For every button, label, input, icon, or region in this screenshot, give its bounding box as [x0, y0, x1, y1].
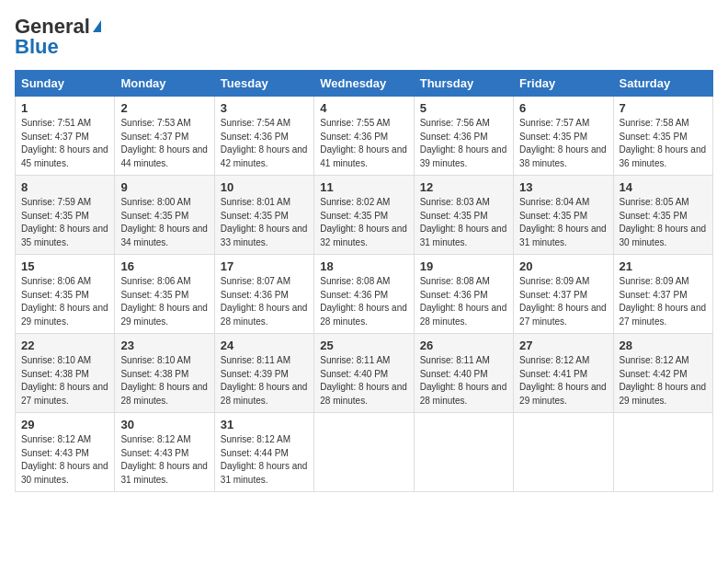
calendar-cell: 6 Sunrise: 7:57 AM Sunset: 4:35 PM Dayli… [514, 97, 613, 176]
sunset-text: Sunset: 4:38 PM [21, 369, 89, 379]
week-row-1: 1 Sunrise: 7:51 AM Sunset: 4:37 PM Dayli… [16, 97, 713, 176]
day-number: 15 [21, 259, 108, 273]
day-number: 9 [120, 180, 208, 194]
day-number: 2 [120, 101, 208, 115]
day-number: 6 [519, 101, 607, 115]
sunrise-text: Sunrise: 7:57 AM [519, 118, 589, 128]
sunrise-text: Sunrise: 8:10 AM [21, 355, 91, 365]
calendar-cell: 1 Sunrise: 7:51 AM Sunset: 4:37 PM Dayli… [16, 97, 115, 176]
daylight-text: Daylight: 8 hours and 36 minutes. [620, 144, 707, 168]
cell-content: Sunrise: 8:12 AM Sunset: 4:42 PM Dayligh… [620, 354, 707, 408]
logo: General Blue [15, 15, 101, 59]
sunset-text: Sunset: 4:40 PM [320, 369, 388, 379]
calendar-cell: 4 Sunrise: 7:55 AM Sunset: 4:36 PM Dayli… [314, 97, 414, 176]
week-row-3: 15 Sunrise: 8:06 AM Sunset: 4:35 PM Dayl… [16, 255, 713, 334]
sunrise-text: Sunrise: 8:04 AM [519, 197, 589, 207]
logo-triangle-icon [93, 20, 101, 32]
daylight-text: Daylight: 8 hours and 35 minutes. [21, 224, 108, 247]
sunset-text: Sunset: 4:43 PM [21, 448, 89, 458]
day-number: 19 [420, 259, 507, 273]
sunrise-text: Sunrise: 8:03 AM [420, 197, 490, 207]
daylight-text: Daylight: 8 hours and 28 minutes. [420, 382, 507, 406]
sunset-text: Sunset: 4:36 PM [221, 290, 289, 300]
cell-content: Sunrise: 8:06 AM Sunset: 4:35 PM Dayligh… [120, 275, 208, 328]
day-number: 20 [519, 259, 607, 273]
daylight-text: Daylight: 8 hours and 31 minutes. [221, 461, 308, 485]
calendar-cell: 15 Sunrise: 8:06 AM Sunset: 4:35 PM Dayl… [16, 255, 115, 334]
sunset-text: Sunset: 4:35 PM [221, 211, 289, 221]
sunset-text: Sunset: 4:35 PM [320, 211, 388, 221]
header-row: SundayMondayTuesdayWednesdayThursdayFrid… [16, 71, 713, 97]
cell-content: Sunrise: 8:01 AM Sunset: 4:35 PM Dayligh… [221, 196, 308, 249]
header-thursday: Thursday [414, 71, 513, 97]
sunset-text: Sunset: 4:35 PM [519, 211, 587, 221]
cell-content: Sunrise: 8:07 AM Sunset: 4:36 PM Dayligh… [221, 275, 308, 328]
cell-content: Sunrise: 8:12 AM Sunset: 4:43 PM Dayligh… [21, 433, 108, 487]
calendar-cell: 26 Sunrise: 8:11 AM Sunset: 4:40 PM Dayl… [414, 334, 513, 413]
sunrise-text: Sunrise: 8:11 AM [420, 355, 490, 365]
sunrise-text: Sunrise: 8:12 AM [519, 355, 589, 365]
logo-blue-text: Blue [15, 35, 59, 59]
cell-content: Sunrise: 7:57 AM Sunset: 4:35 PM Dayligh… [519, 117, 607, 170]
cell-content: Sunrise: 8:09 AM Sunset: 4:37 PM Dayligh… [519, 275, 607, 328]
header-sunday: Sunday [16, 71, 115, 97]
header-monday: Monday [115, 71, 214, 97]
sunset-text: Sunset: 4:35 PM [519, 132, 587, 142]
day-number: 28 [620, 339, 707, 352]
calendar-cell: 16 Sunrise: 8:06 AM Sunset: 4:35 PM Dayl… [115, 255, 214, 334]
cell-content: Sunrise: 8:02 AM Sunset: 4:35 PM Dayligh… [320, 196, 407, 249]
calendar-cell: 8 Sunrise: 7:59 AM Sunset: 4:35 PM Dayli… [16, 176, 115, 255]
day-number: 26 [420, 339, 507, 352]
sunset-text: Sunset: 4:38 PM [120, 369, 188, 379]
calendar-cell: 23 Sunrise: 8:10 AM Sunset: 4:38 PM Dayl… [115, 334, 214, 413]
sunset-text: Sunset: 4:43 PM [120, 448, 188, 458]
cell-content: Sunrise: 8:06 AM Sunset: 4:35 PM Dayligh… [21, 275, 108, 328]
sunset-text: Sunset: 4:35 PM [120, 211, 188, 221]
sunrise-text: Sunrise: 7:56 AM [420, 118, 490, 128]
cell-content: Sunrise: 8:09 AM Sunset: 4:37 PM Dayligh… [620, 275, 707, 328]
calendar-cell: 19 Sunrise: 8:08 AM Sunset: 4:36 PM Dayl… [414, 255, 513, 334]
header-tuesday: Tuesday [214, 71, 313, 97]
cell-content: Sunrise: 8:04 AM Sunset: 4:35 PM Dayligh… [519, 196, 607, 249]
sunrise-text: Sunrise: 8:12 AM [120, 434, 190, 444]
cell-content: Sunrise: 8:11 AM Sunset: 4:39 PM Dayligh… [221, 354, 308, 408]
daylight-text: Daylight: 8 hours and 31 minutes. [120, 461, 208, 485]
sunrise-text: Sunrise: 7:55 AM [320, 118, 390, 128]
daylight-text: Daylight: 8 hours and 28 minutes. [320, 303, 407, 327]
sunrise-text: Sunrise: 8:08 AM [320, 276, 390, 286]
calendar-cell: 11 Sunrise: 8:02 AM Sunset: 4:35 PM Dayl… [314, 176, 414, 255]
sunset-text: Sunset: 4:35 PM [21, 211, 89, 221]
sunrise-text: Sunrise: 8:02 AM [320, 197, 390, 207]
day-number: 4 [320, 101, 407, 115]
day-number: 18 [320, 259, 407, 273]
sunset-text: Sunset: 4:37 PM [519, 290, 587, 300]
daylight-text: Daylight: 8 hours and 29 minutes. [120, 303, 208, 327]
calendar-cell: 12 Sunrise: 8:03 AM Sunset: 4:35 PM Dayl… [414, 176, 513, 255]
sunrise-text: Sunrise: 7:54 AM [221, 118, 290, 128]
day-number: 23 [120, 339, 208, 352]
cell-content: Sunrise: 8:08 AM Sunset: 4:36 PM Dayligh… [420, 275, 507, 328]
sunset-text: Sunset: 4:40 PM [420, 369, 488, 379]
daylight-text: Daylight: 8 hours and 28 minutes. [320, 382, 407, 406]
calendar-cell: 22 Sunrise: 8:10 AM Sunset: 4:38 PM Dayl… [16, 334, 115, 413]
daylight-text: Daylight: 8 hours and 42 minutes. [221, 144, 308, 168]
sunrise-text: Sunrise: 8:05 AM [620, 197, 689, 207]
week-row-5: 29 Sunrise: 8:12 AM Sunset: 4:43 PM Dayl… [16, 413, 713, 492]
sunset-text: Sunset: 4:42 PM [620, 369, 688, 379]
calendar-cell: 2 Sunrise: 7:53 AM Sunset: 4:37 PM Dayli… [115, 97, 214, 176]
sunrise-text: Sunrise: 8:07 AM [221, 276, 290, 286]
sunrise-text: Sunrise: 7:58 AM [620, 118, 689, 128]
sunrise-text: Sunrise: 8:01 AM [221, 197, 290, 207]
calendar-cell: 9 Sunrise: 8:00 AM Sunset: 4:35 PM Dayli… [115, 176, 214, 255]
cell-content: Sunrise: 7:56 AM Sunset: 4:36 PM Dayligh… [420, 117, 507, 170]
day-number: 13 [519, 180, 607, 194]
page-header: General Blue [15, 15, 713, 59]
calendar-cell: 31 Sunrise: 8:12 AM Sunset: 4:44 PM Dayl… [214, 413, 313, 492]
calendar-cell: 20 Sunrise: 8:09 AM Sunset: 4:37 PM Dayl… [514, 255, 613, 334]
sunset-text: Sunset: 4:36 PM [420, 132, 488, 142]
day-number: 7 [620, 101, 707, 115]
day-number: 24 [221, 339, 308, 352]
sunset-text: Sunset: 4:36 PM [320, 290, 388, 300]
daylight-text: Daylight: 8 hours and 31 minutes. [519, 224, 607, 247]
daylight-text: Daylight: 8 hours and 29 minutes. [519, 382, 607, 406]
